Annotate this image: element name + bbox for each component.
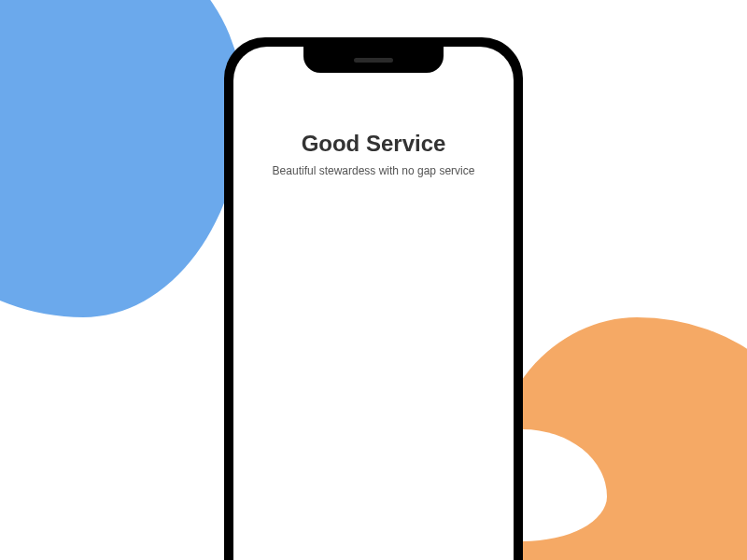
- phone-notch: [303, 47, 444, 73]
- subtext: Beautiful stewardess with no gap service: [233, 164, 514, 177]
- background-blob-orange: [486, 317, 747, 560]
- headline-text: Good Service: [233, 131, 514, 157]
- background-blob-blue: [0, 0, 243, 317]
- phone-mockup-frame: Good Service Beautiful stewardess with n…: [224, 37, 523, 560]
- phone-speaker-icon: [354, 58, 393, 63]
- phone-screen: Good Service Beautiful stewardess with n…: [233, 47, 514, 560]
